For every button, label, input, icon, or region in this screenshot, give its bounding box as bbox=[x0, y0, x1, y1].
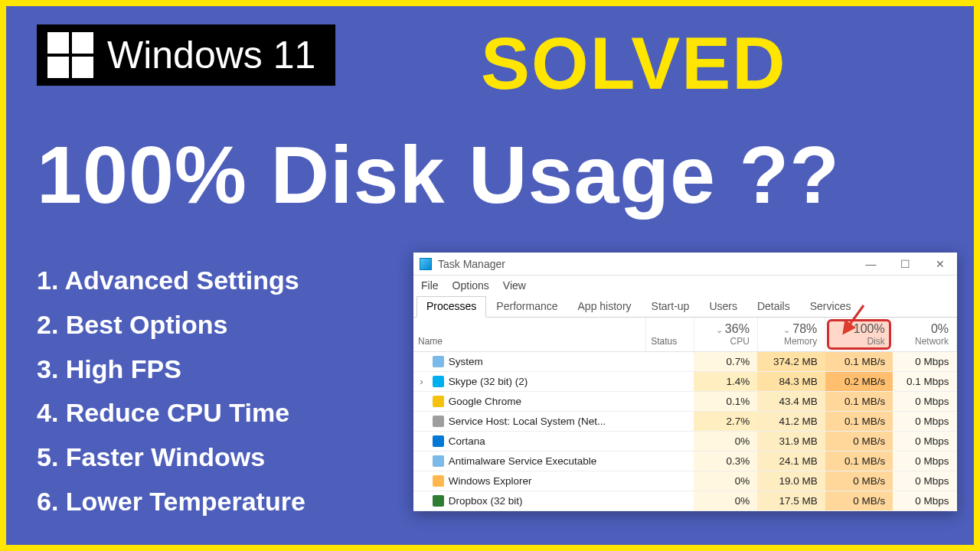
disk-value: 0 MB/s bbox=[825, 491, 893, 511]
cpu-value: 1.4% bbox=[694, 372, 757, 392]
memory-value: 43.4 MB bbox=[757, 392, 825, 412]
column-header-memory[interactable]: ⌄ 78% Memory bbox=[757, 318, 825, 352]
cpu-value: 2.7% bbox=[694, 412, 757, 432]
process-name: System bbox=[447, 352, 646, 372]
expand-toggle[interactable] bbox=[413, 491, 430, 511]
expand-toggle[interactable] bbox=[413, 392, 430, 412]
process-name: Skype (32 bit) (2) bbox=[447, 372, 646, 392]
process-status bbox=[646, 452, 694, 471]
disk-value: 0.2 MB/s bbox=[825, 372, 893, 392]
table-row[interactable]: ›Skype (32 bit) (2)1.4%84.3 MB0.2 MB/s0.… bbox=[413, 372, 957, 392]
list-item: 3. High FPS bbox=[37, 347, 305, 392]
table-row[interactable]: Dropbox (32 bit)0%17.5 MB0 MB/s0 Mbps bbox=[413, 491, 957, 511]
process-name: Service Host: Local System (Net... bbox=[447, 412, 646, 432]
process-status bbox=[646, 392, 694, 412]
table-row[interactable]: System0.7%374.2 MB0.1 MB/s0 Mbps bbox=[413, 352, 957, 372]
tab-processes[interactable]: Processes bbox=[416, 296, 486, 318]
memory-value: 24.1 MB bbox=[757, 452, 825, 471]
table-row[interactable]: Windows Explorer0%19.0 MB0 MB/s0 Mbps bbox=[413, 471, 957, 491]
column-header-name[interactable]: Name bbox=[413, 318, 646, 352]
app-icon bbox=[433, 475, 444, 487]
app-icon bbox=[433, 396, 444, 407]
disk-value: 0.1 MB/s bbox=[825, 452, 893, 471]
column-header-status[interactable]: Status bbox=[646, 318, 694, 352]
memory-value: 84.3 MB bbox=[757, 372, 825, 392]
app-icon bbox=[433, 416, 444, 427]
solved-banner: SOLVED bbox=[481, 21, 787, 106]
network-value: 0 Mbps bbox=[893, 432, 956, 452]
network-value: 0 Mbps bbox=[893, 452, 956, 471]
network-value: 0 Mbps bbox=[893, 412, 956, 432]
list-item: 1. Advanced Settings bbox=[37, 259, 305, 303]
list-item: 2. Best Options bbox=[37, 303, 305, 347]
cpu-value: 0% bbox=[694, 491, 757, 511]
disk-value: 0.1 MB/s bbox=[825, 392, 893, 412]
windows-label: Windows 11 bbox=[107, 33, 315, 77]
memory-value: 41.2 MB bbox=[757, 412, 825, 432]
maximize-button[interactable]: ☐ bbox=[888, 253, 923, 276]
menu-options[interactable]: Options bbox=[452, 279, 489, 292]
expand-toggle[interactable] bbox=[413, 432, 430, 452]
minimize-button[interactable]: — bbox=[854, 253, 888, 276]
task-manager-icon bbox=[420, 258, 432, 270]
process-status bbox=[646, 491, 694, 511]
menu-file[interactable]: File bbox=[421, 279, 439, 292]
windows-logo-icon bbox=[47, 32, 93, 78]
tab-bar: ProcessesPerformanceApp historyStart-upU… bbox=[413, 295, 957, 318]
memory-value: 19.0 MB bbox=[757, 471, 825, 491]
process-status bbox=[646, 412, 694, 432]
window-title: Task Manager bbox=[438, 258, 505, 270]
menu-view[interactable]: View bbox=[503, 279, 526, 292]
column-header-network[interactable]: 0% Network bbox=[893, 318, 956, 352]
menu-bar: FileOptionsView bbox=[413, 276, 957, 295]
windows-badge: Windows 11 bbox=[37, 24, 335, 86]
expand-toggle[interactable] bbox=[413, 452, 430, 471]
tab-start-up[interactable]: Start-up bbox=[642, 296, 700, 318]
network-value: 0 Mbps bbox=[893, 491, 956, 511]
network-value: 0 Mbps bbox=[893, 471, 956, 491]
memory-value: 374.2 MB bbox=[757, 352, 825, 372]
column-header-cpu[interactable]: ⌄ 36% CPU bbox=[694, 318, 757, 352]
app-icon bbox=[433, 435, 444, 447]
process-status bbox=[646, 352, 694, 372]
process-status bbox=[646, 471, 694, 491]
cpu-value: 0% bbox=[694, 471, 757, 491]
process-name: Google Chrome bbox=[447, 392, 646, 412]
expand-toggle[interactable] bbox=[413, 471, 430, 491]
process-table-body: System0.7%374.2 MB0.1 MB/s0 Mbps›Skype (… bbox=[413, 352, 957, 511]
tab-app-history[interactable]: App history bbox=[568, 296, 642, 318]
table-row[interactable]: Antimalware Service Executable0.3%24.1 M… bbox=[413, 452, 957, 471]
process-name: Windows Explorer bbox=[447, 471, 646, 491]
app-icon bbox=[433, 455, 444, 467]
disk-value: 0 MB/s bbox=[825, 471, 893, 491]
task-manager-window: Task Manager — ☐ ✕ FileOptionsView Proce… bbox=[413, 253, 957, 511]
memory-value: 17.5 MB bbox=[757, 491, 825, 511]
cpu-value: 0.1% bbox=[694, 392, 757, 412]
process-status bbox=[646, 432, 694, 452]
tab-performance[interactable]: Performance bbox=[486, 296, 567, 318]
expand-toggle[interactable] bbox=[413, 352, 430, 372]
process-table: Name Status ⌄ 36% CPU ⌄ 78% Memory bbox=[413, 318, 957, 511]
tab-details[interactable]: Details bbox=[747, 296, 800, 318]
expand-toggle[interactable] bbox=[413, 412, 430, 432]
process-name: Dropbox (32 bit) bbox=[447, 491, 646, 511]
process-status bbox=[646, 372, 694, 392]
table-row[interactable]: Cortana0%31.9 MB0 MB/s0 Mbps bbox=[413, 432, 957, 452]
table-row[interactable]: Google Chrome0.1%43.4 MB0.1 MB/s0 Mbps bbox=[413, 392, 957, 412]
network-value: 0 Mbps bbox=[893, 352, 956, 372]
column-header-disk[interactable]: 100% Disk bbox=[825, 318, 893, 352]
network-value: 0.1 Mbps bbox=[893, 372, 956, 392]
cpu-value: 0.3% bbox=[694, 452, 757, 471]
table-row[interactable]: Service Host: Local System (Net...2.7%41… bbox=[413, 412, 957, 432]
process-name: Antimalware Service Executable bbox=[447, 452, 646, 471]
app-icon bbox=[433, 356, 444, 367]
page-title: 100% Disk Usage ?? bbox=[37, 129, 840, 221]
close-button[interactable]: ✕ bbox=[923, 253, 957, 276]
cpu-value: 0% bbox=[694, 432, 757, 452]
disk-value: 0.1 MB/s bbox=[825, 352, 893, 372]
network-value: 0 Mbps bbox=[893, 392, 956, 412]
app-icon bbox=[433, 495, 444, 507]
expand-toggle[interactable]: › bbox=[413, 372, 430, 392]
list-item: 5. Faster Windows bbox=[37, 435, 305, 480]
tab-users[interactable]: Users bbox=[699, 296, 747, 318]
